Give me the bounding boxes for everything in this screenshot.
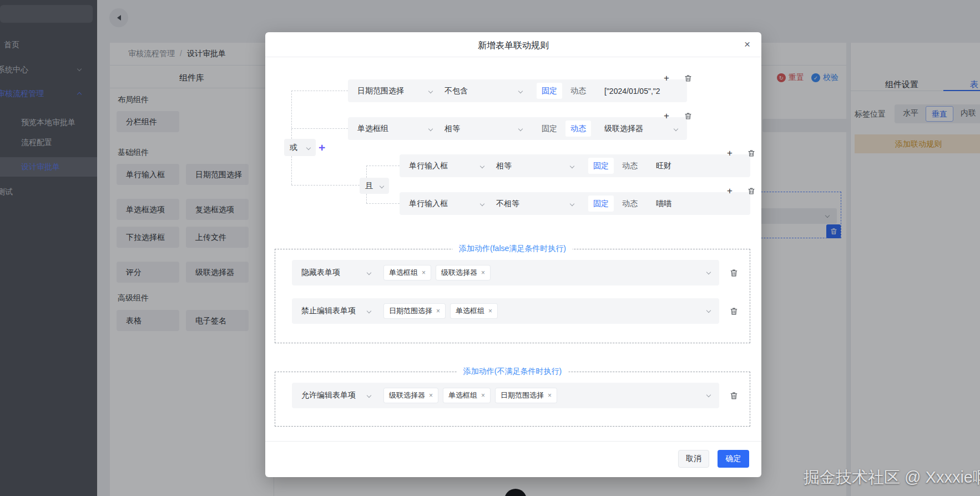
trash-icon <box>684 112 692 120</box>
cancel-button[interactable]: 取消 <box>678 450 709 468</box>
trash-icon <box>730 269 738 277</box>
actions-unmet-section: 添加动作(不满足条件时执行) 允许编辑表单项 级联选择器× 单选框组× 日期范围… <box>275 372 750 427</box>
chevron-down-icon <box>367 393 371 398</box>
condition-target-value: 级联选择器 <box>604 124 643 134</box>
mode-fixed-toggle[interactable]: 固定 <box>588 196 614 212</box>
logic-and-label: 且 <box>365 181 373 191</box>
condition-operator-select[interactable]: 不相等 <box>496 199 574 209</box>
action-type-select[interactable]: 禁止编辑表单项 <box>301 306 371 316</box>
chevron-down-icon <box>380 183 384 188</box>
add-condition-icon[interactable]: + <box>727 186 733 196</box>
condition-value-input[interactable]: 喵喵 <box>656 199 741 209</box>
confirm-button[interactable]: 确定 <box>718 450 749 468</box>
condition-value-input[interactable]: 旺财 <box>656 161 741 171</box>
actions-false-title: 添加动作(false满足条件时执行) <box>452 244 573 254</box>
logic-and-select[interactable]: 且 <box>360 178 389 194</box>
condition-target-select[interactable]: 级联选择器 <box>604 124 678 134</box>
remove-tag-icon[interactable]: × <box>429 392 433 399</box>
tag-label: 单选框组 <box>456 306 484 316</box>
condition-value-input[interactable]: ["2024/01/05","2 <box>604 87 678 96</box>
chevron-down-icon <box>570 163 574 168</box>
delete-condition-button[interactable] <box>747 187 755 195</box>
target-tag: 单选框组× <box>451 304 497 318</box>
chevron-down-icon <box>674 126 678 131</box>
chevron-down-icon <box>518 88 523 93</box>
condition-field-select[interactable]: 单选框组 <box>357 124 432 134</box>
add-condition-group-button[interactable]: + <box>319 142 325 153</box>
mode-dynamic-toggle[interactable]: 动态 <box>617 158 643 174</box>
remove-tag-icon[interactable]: × <box>481 392 485 399</box>
condition-operator-select[interactable]: 不包含 <box>444 86 522 96</box>
action-type-value: 允许编辑表单项 <box>301 390 356 400</box>
chevron-down-icon <box>706 270 711 274</box>
condition-field-value: 单行输入框 <box>409 161 448 171</box>
delete-condition-button[interactable] <box>684 74 692 82</box>
condition-row: 单行输入框 相等 固定 动态 旺财 + <box>400 154 750 177</box>
tag-label: 日期范围选择 <box>389 306 432 316</box>
actions-unmet-title: 添加动作(不满足条件时执行) <box>457 367 568 377</box>
delete-action-button[interactable] <box>730 269 738 277</box>
condition-field-select[interactable]: 日期范围选择 <box>357 86 432 96</box>
remove-tag-icon[interactable]: × <box>548 392 552 399</box>
condition-field-value: 单行输入框 <box>409 199 448 209</box>
trash-icon <box>730 307 738 315</box>
trash-icon <box>730 392 738 400</box>
action-type-select[interactable]: 隐藏表单项 <box>301 268 371 278</box>
delete-action-button[interactable] <box>730 392 738 400</box>
action-targets[interactable]: 级联选择器× 单选框组× 日期范围选择× <box>384 388 562 403</box>
chevron-down-icon <box>480 163 484 168</box>
target-tag: 级联选择器× <box>436 265 490 280</box>
chevron-down-icon <box>706 308 711 313</box>
add-condition-icon[interactable]: + <box>727 148 733 158</box>
action-row: 允许编辑表单项 级联选择器× 单选框组× 日期范围选择× <box>292 383 719 408</box>
delete-condition-button[interactable] <box>747 149 755 157</box>
condition-field-select[interactable]: 单行输入框 <box>409 161 484 171</box>
action-type-select[interactable]: 允许编辑表单项 <box>301 390 371 400</box>
remove-tag-icon[interactable]: × <box>436 307 440 315</box>
chevron-down-icon <box>428 88 433 93</box>
mode-fixed-toggle[interactable]: 固定 <box>588 158 614 174</box>
action-row: 禁止编辑表单项 日期范围选择× 单选框组× <box>292 298 719 324</box>
add-condition-icon[interactable]: + <box>664 73 669 83</box>
tree-connector <box>366 166 367 178</box>
condition-operator-select[interactable]: 相等 <box>444 124 522 134</box>
watermark: 掘金技术社区 @ Xxxxie啊 <box>804 467 976 489</box>
tag-label: 单选框组 <box>448 390 477 400</box>
action-targets[interactable]: 单选框组× 级联选择器× <box>384 265 496 280</box>
divider <box>265 441 761 442</box>
action-type-value: 隐藏表单项 <box>301 268 340 278</box>
remove-tag-icon[interactable]: × <box>422 269 426 277</box>
tree-connector <box>291 156 292 185</box>
tree-connector <box>366 203 400 204</box>
condition-operator-value: 不包含 <box>444 86 468 96</box>
condition-row: 日期范围选择 不包含 固定 动态 ["2024/01/05","2 + <box>348 79 687 102</box>
delete-action-button[interactable] <box>730 307 738 315</box>
condition-field-select[interactable]: 单行输入框 <box>409 199 484 209</box>
trash-icon <box>747 149 755 157</box>
action-targets[interactable]: 日期范围选择× 单选框组× <box>384 304 503 318</box>
remove-tag-icon[interactable]: × <box>488 307 492 315</box>
modal-title: 新增表单联动规则 <box>265 40 761 52</box>
tree-connector <box>366 166 400 166</box>
remove-tag-icon[interactable]: × <box>481 269 485 277</box>
condition-operator-select[interactable]: 相等 <box>496 161 574 171</box>
mode-fixed-toggle[interactable]: 固定 <box>537 121 562 137</box>
target-tag: 单选框组× <box>384 265 431 280</box>
mode-fixed-toggle[interactable]: 固定 <box>537 83 562 99</box>
add-linkage-rule-modal: 新增表单联动规则 × 或 + 且 日期范围选择 不包含 <box>265 32 761 477</box>
condition-operator-value: 不相等 <box>496 199 519 209</box>
logic-or-select[interactable]: 或 <box>284 139 316 156</box>
tree-connector <box>366 194 367 203</box>
close-icon[interactable]: × <box>744 38 750 51</box>
chevron-down-icon <box>570 201 574 206</box>
target-tag: 日期范围选择× <box>496 388 557 403</box>
mode-dynamic-toggle[interactable]: 动态 <box>565 83 591 99</box>
actions-false-section: 添加动作(false满足条件时执行) 隐藏表单项 单选框组× 级联选择器× 禁止… <box>275 249 750 343</box>
condition-operator-value: 相等 <box>444 124 460 134</box>
condition-operator-value: 相等 <box>496 161 512 171</box>
delete-condition-button[interactable] <box>684 112 692 120</box>
mode-dynamic-toggle[interactable]: 动态 <box>565 121 591 137</box>
add-condition-icon[interactable]: + <box>664 111 669 121</box>
trash-icon <box>747 187 755 195</box>
mode-dynamic-toggle[interactable]: 动态 <box>617 196 643 212</box>
